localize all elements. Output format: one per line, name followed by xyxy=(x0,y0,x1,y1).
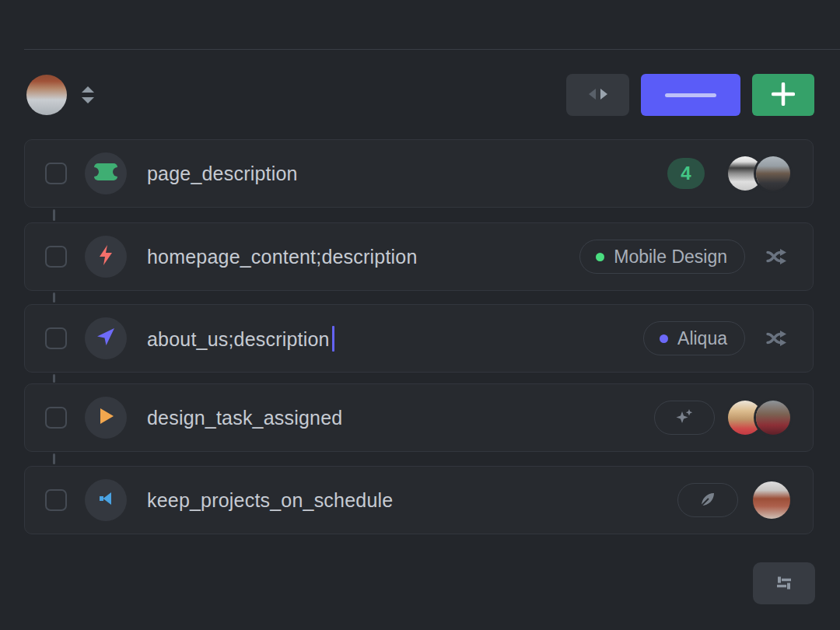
play-icon xyxy=(96,406,115,429)
task-title[interactable]: keep_projects_on_schedule xyxy=(147,489,393,512)
avatar[interactable] xyxy=(26,75,67,115)
shuffle-icon[interactable] xyxy=(764,243,790,270)
expand-button[interactable] xyxy=(566,74,629,116)
avatar[interactable] xyxy=(753,481,790,519)
task-row[interactable]: about_us;description Aliqua xyxy=(24,304,814,373)
avatar[interactable] xyxy=(756,401,790,435)
assignee-avatars xyxy=(728,401,790,435)
tag-pill[interactable]: Aliqua xyxy=(643,321,745,355)
row-connector xyxy=(53,292,55,303)
send-icon xyxy=(95,326,117,351)
horizontal-resize-icon xyxy=(586,84,610,107)
settings-button[interactable] xyxy=(753,562,815,604)
plus-icon xyxy=(772,82,795,108)
task-icon-circle xyxy=(85,236,127,278)
ticket-icon xyxy=(93,162,119,185)
sort-arrows-icon[interactable] xyxy=(79,84,97,106)
task-title[interactable]: homepage_content;description xyxy=(147,246,418,268)
row-connector xyxy=(53,453,55,464)
assignee-avatars xyxy=(728,156,790,191)
task-row[interactable]: keep_projects_on_schedule xyxy=(24,466,814,534)
task-title[interactable]: design_task_assigned xyxy=(147,407,342,429)
tag-label: Aliqua xyxy=(677,328,727,349)
sparkles-icon xyxy=(674,407,695,429)
header-divider xyxy=(24,49,840,50)
task-checkbox[interactable] xyxy=(45,246,67,268)
primary-button[interactable] xyxy=(641,74,740,116)
sparkles-button[interactable] xyxy=(654,401,715,435)
lightning-icon xyxy=(96,244,115,269)
button-line-decoration xyxy=(665,93,716,97)
task-icon-circle xyxy=(85,397,127,439)
leaf-icon xyxy=(698,489,718,512)
row-connector xyxy=(53,209,55,221)
shuffle-icon[interactable] xyxy=(764,325,790,352)
task-checkbox[interactable] xyxy=(45,327,67,349)
task-title[interactable]: page_description xyxy=(147,163,298,185)
task-icon-circle xyxy=(85,317,127,359)
tag-label: Mobile Design xyxy=(614,247,727,268)
tag-pill[interactable]: Mobile Design xyxy=(579,240,745,274)
tag-dot xyxy=(596,253,604,261)
task-checkbox[interactable] xyxy=(45,407,67,429)
sliders-icon xyxy=(772,573,796,594)
task-row[interactable]: design_task_assigned xyxy=(24,383,814,452)
task-title-editing[interactable]: about_us;description xyxy=(147,326,334,352)
speaker-icon xyxy=(96,489,115,511)
task-list-panel: page_description 4 homepage_content;desc… xyxy=(0,0,840,630)
avatar[interactable] xyxy=(756,156,790,191)
leaf-button[interactable] xyxy=(677,483,738,517)
add-button[interactable] xyxy=(752,74,814,116)
task-checkbox[interactable] xyxy=(45,489,67,511)
task-icon-circle xyxy=(85,152,127,194)
task-row[interactable]: homepage_content;description Mobile Desi… xyxy=(24,222,814,291)
count-badge[interactable]: 4 xyxy=(667,158,705,189)
row-connector xyxy=(53,374,55,383)
tag-dot xyxy=(660,334,668,343)
task-row[interactable]: page_description 4 xyxy=(24,139,814,208)
task-icon-circle xyxy=(85,479,127,521)
task-checkbox[interactable] xyxy=(45,163,67,184)
text-caret xyxy=(332,326,334,352)
